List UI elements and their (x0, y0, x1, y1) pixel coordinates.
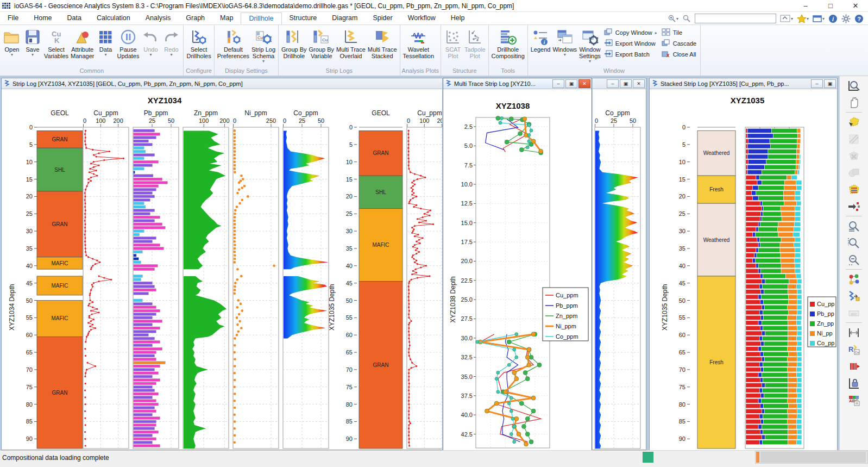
default-preferences-button[interactable]: DefaultPreferences (216, 26, 250, 61)
win3-restore-button[interactable]: ▣ (824, 79, 836, 88)
polygon-select-icon[interactable] (845, 114, 863, 130)
win2-restore-button[interactable]: ▣ (565, 79, 577, 88)
sidebar-divider (846, 112, 862, 113)
window-settings-button[interactable]: WindowSettings▾ (578, 26, 602, 65)
strip-log-schema-button[interactable]: CuStrip LogSchema▾ (250, 26, 276, 65)
drillhole-compositing-button[interactable]: DrillholeCompositing (490, 26, 526, 61)
zoom-select-icon[interactable] (845, 77, 863, 94)
ribbon-group-label: Structure (443, 67, 487, 76)
svg-text:55: 55 (679, 314, 685, 321)
menu-item-map[interactable]: Map (212, 13, 241, 24)
menu-item-drillhole[interactable]: Drillhole (241, 13, 281, 24)
menu-item-workflow[interactable]: Workflow (400, 13, 443, 24)
red-comb-icon[interactable] (845, 358, 863, 375)
window-style-icon[interactable]: ▾ (813, 15, 825, 23)
info-icon[interactable]: i (828, 14, 838, 23)
search-input[interactable] (695, 14, 776, 23)
menu-item-graph[interactable]: Graph (178, 13, 212, 24)
help-icon[interactable]: ? (854, 14, 864, 23)
menu-items: FileHomeDataCalculationAnalysisGraphMapD… (0, 13, 473, 24)
win1-minimize-button[interactable]: – (607, 79, 619, 88)
svg-text:65: 65 (679, 349, 685, 356)
group-by-variable-button[interactable]: CuGroup ByVariable (308, 26, 335, 61)
copy-window-button[interactable]: Copy Window▸ (604, 28, 657, 37)
group-by-drillhole-button[interactable]: Group ByDrillhole (280, 26, 307, 61)
stacked-window-titlebar[interactable]: Stacked Strip Log [XYZ1035] [Cu_ppm, Pb_… (650, 78, 837, 89)
pan-hand-icon[interactable] (845, 94, 863, 111)
tadpole-plot-button[interactable]: TadpolePlot (463, 26, 487, 61)
abc-attributes-icon[interactable]: ABC (845, 391, 863, 408)
menu-item-diagram[interactable]: Diagram (324, 13, 365, 24)
save-button[interactable]: Save▾ (22, 26, 43, 59)
windows-button[interactable]: Windows▾ (551, 26, 578, 59)
attribute-manager-button[interactable]: AttributeManager (70, 26, 95, 61)
favorites-star-icon[interactable]: ▾ (797, 14, 809, 23)
attribute-polygon-icon[interactable] (845, 181, 863, 198)
redo-button[interactable]: Redo▾ (161, 26, 181, 59)
menu-item-analysis[interactable]: Analysis (138, 13, 179, 24)
group-nodes-icon[interactable] (845, 271, 863, 288)
ribbon-button-label: Group ByVariable (309, 46, 334, 59)
dropdown-arrow-icon: ▾ (170, 53, 172, 57)
menu-item-data[interactable]: Data (60, 13, 89, 24)
wavelet-tessellation-button[interactable]: WaveletTessellation (402, 26, 435, 61)
close-all-button[interactable]: xClose All (662, 50, 696, 59)
menu-item-help[interactable]: Help (443, 13, 473, 24)
swap-groups-icon[interactable] (845, 288, 863, 304)
multi-trace-stacked-button[interactable]: Multi TraceStacked (367, 26, 398, 61)
search-icon[interactable] (682, 14, 691, 23)
legend-button[interactable]: iLegend (530, 26, 552, 54)
zoom-data-icon[interactable] (845, 217, 863, 234)
windows-icon (556, 28, 574, 46)
multi-trace-overlaid-button[interactable]: Multi TraceOverlaid (335, 26, 367, 61)
apply-attributes-icon[interactable] (845, 198, 863, 215)
maximize-button[interactable]: □ (818, 0, 843, 12)
close-button[interactable]: ✕ (843, 0, 868, 12)
export-window-button[interactable]: Export Window (604, 39, 657, 48)
svg-text:25.0: 25.0 (461, 296, 473, 303)
win2-minimize-button[interactable]: – (552, 79, 564, 88)
cascade-button[interactable]: Cascade (662, 39, 696, 48)
stacked-strip-log-canvas[interactable]: XYZ1035051015202530354045505560657075808… (650, 89, 837, 450)
select-drillholes-button[interactable]: SelectDrillholes (185, 26, 212, 61)
settings-gear-icon[interactable] (841, 14, 851, 23)
multi-trace-window-titlebar[interactable]: Multi Trace Strip Log [XYZ10... – ▣ ✕ (443, 78, 592, 89)
zoom-box-icon[interactable] (845, 234, 863, 251)
win1-close-button[interactable]: ✕ (633, 79, 645, 88)
ribbon-button-label: Multi TraceStacked (368, 46, 397, 59)
multi-trace-canvas[interactable]: XYZ10382.55.07.510.012.515.017.520.022.5… (443, 89, 592, 450)
menu-item-spider[interactable]: Spider (366, 13, 400, 24)
menu-item-calculation[interactable]: Calculation (89, 13, 138, 24)
horizontal-scrollbar[interactable] (755, 451, 868, 464)
redo-icon (162, 28, 180, 46)
lock-axes-icon[interactable] (845, 375, 863, 391)
win3-minimize-button[interactable]: – (811, 79, 823, 88)
win2-close-button[interactable]: ✕ (578, 79, 590, 88)
fit-width-icon[interactable] (845, 324, 863, 341)
svg-text:15.0: 15.0 (461, 220, 473, 226)
zoom-out-icon[interactable] (845, 251, 863, 268)
minimize-button[interactable]: – (793, 0, 818, 12)
tile-button[interactable]: Tile (662, 28, 696, 37)
win-gear-icon (581, 28, 599, 46)
select-variables-button[interactable]: CuKSelectVariables (43, 26, 70, 61)
menu-item-file[interactable]: File (0, 13, 26, 24)
close-all-icon: x (662, 50, 670, 59)
pin-search-icon[interactable]: ▾ (668, 14, 678, 23)
menu-item-structure[interactable]: Structure (282, 13, 325, 24)
menu-item-home[interactable]: Home (26, 13, 59, 24)
open-button[interactable]: Open▾ (2, 26, 22, 59)
win1-restore-button[interactable]: ▣ (620, 79, 632, 88)
ribbon-options-icon[interactable]: ▾ (780, 14, 793, 23)
pause-updates-button[interactable]: PauseUpdates (116, 26, 140, 61)
ribbon-group-display-settings: DefaultPreferencesCuStrip LogSchema▾Disp… (215, 25, 279, 76)
export-batch-button[interactable]: Export Batch (604, 50, 657, 59)
undo-button[interactable]: Undo▾ (140, 26, 161, 59)
scat-plot-button[interactable]: SCATPlot (443, 26, 463, 61)
svg-text:GRAN: GRAN (52, 136, 68, 142)
data-button[interactable]: Data▾ (95, 26, 116, 59)
svg-text:5: 5 (349, 141, 353, 148)
schema-settings-icon[interactable]: RCu (845, 341, 863, 358)
svg-text:Cu: Cu (322, 38, 328, 42)
scrollbar-thumb[interactable] (760, 452, 866, 463)
